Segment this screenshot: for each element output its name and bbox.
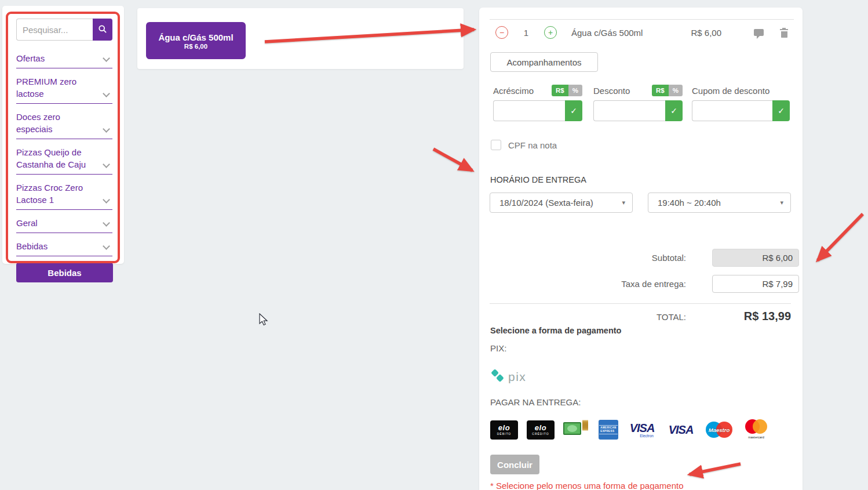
surcharge-percent-toggle[interactable]: % [568,85,582,96]
surcharge-apply-button[interactable]: ✓ [565,100,582,121]
delivery-date-select[interactable]: 18/10/2024 (Sexta-feira) ▾ [490,193,633,213]
subtotal-label: Subtotal: [652,253,686,263]
trash-icon[interactable] [780,28,788,38]
sidebar-content: Ofertas PREMIUM zero lactose Doces zero … [2,6,124,282]
search-input[interactable] [16,19,93,41]
mastercard-orange-circle [753,419,767,434]
elo-debito-caption: DÉBITO [497,432,512,435]
amex-logo: AMERICAN EXPRESS [599,425,617,434]
total-label: TOTAL: [657,312,686,322]
product-name: Água c/Gás 500ml [158,32,233,43]
surcharge-group: Acréscimo R$ % ✓ [493,85,582,121]
grand-total-row: TOTAL: R$ 13,99 [490,310,791,323]
chevron-down-icon [103,55,110,62]
delivery-time-title: HORÁRIO DE ENTREGA [490,175,803,184]
maestro-wordmark: Maestro [705,427,734,433]
subtotal-value-field [712,249,799,267]
adjustment-fields: Acréscimo R$ % ✓ Desconto R$ % [493,85,803,121]
sidebar-item-doces-zero-especiais[interactable]: Doces zero especiais [16,104,112,139]
search-icon [98,24,107,35]
surcharge-unit-toggle: R$ % [552,85,582,96]
mastercard-wordmark: mastercard [742,435,770,439]
subtotal-row: Subtotal: [479,249,803,267]
divider [490,303,791,304]
check-icon: ✓ [570,106,577,115]
category-label: Pizzas Croc Zero Lactose 1 [16,182,94,206]
surcharge-currency-toggle[interactable]: R$ [552,85,568,96]
payment-method-dinheiro[interactable] [563,420,590,440]
sidebar-item-premium-zero-lactose[interactable]: PREMIUM zero lactose [16,68,112,104]
surcharge-label: Acréscimo [493,86,534,96]
cart-item-price: R$ 6,00 [691,28,721,38]
sidebar-item-ofertas[interactable]: Ofertas [16,45,112,68]
quantity-value: 1 [508,28,544,38]
delivery-time-select[interactable]: 19:40h ~ 20:40h ▾ [648,193,791,213]
delivery-fee-field[interactable] [712,275,799,293]
mouse-cursor [258,313,269,327]
discount-currency-toggle[interactable]: R$ [652,85,669,96]
chevron-down-icon [103,219,110,227]
trash-icon-part [781,31,787,38]
total-value: R$ 13,99 [686,310,791,323]
discount-group: Desconto R$ % ✓ [593,85,683,121]
discount-input[interactable] [593,100,665,121]
category-label: Ofertas [16,52,45,64]
category-label: Geral [16,217,38,229]
payment-method-mastercard[interactable]: mastercard [742,419,770,440]
category-sidebar: Ofertas PREMIUM zero lactose Doces zero … [2,6,124,264]
cpf-checkbox[interactable] [491,140,501,150]
coupon-input[interactable] [692,100,772,121]
coins-icon [582,420,588,431]
accompaniments-button[interactable]: Acompanhamentos [490,52,598,72]
search-button[interactable] [93,19,112,41]
cart-item-row: − 1 + Água c/Gás 500ml R$ 6,00 [479,20,803,45]
payment-method-maestro[interactable]: Maestro [705,420,734,440]
sidebar-item-geral[interactable]: Geral [16,210,112,233]
caret-down-icon: ▾ [780,199,783,206]
visa-electron-logo: VISA [630,422,655,434]
cpf-row: CPF na nota [491,140,803,150]
pix-icon [490,368,505,385]
payment-error-message: * Selecione pelo menos uma forma de paga… [490,481,803,490]
payment-method-visa[interactable]: VISA [666,424,696,435]
pix-section-label: PIX: [490,343,803,353]
cpf-label: CPF na nota [508,140,557,150]
payment-method-elo-credito[interactable]: elo CRÉDITO [527,420,555,440]
sidebar-item-pizzas-queijo-castanha[interactable]: Pizzas Queijo de Castanha de Caju [16,139,112,175]
cart-panel: − 1 + Água c/Gás 500ml R$ 6,00 Acompanha… [479,8,803,490]
sidebar-item-pizzas-croc-zero[interactable]: Pizzas Croc Zero Lactose 1 [16,175,112,210]
comment-icon[interactable] [754,29,764,36]
payment-methods-row: elo DÉBITO elo CRÉDITO AMERICAN EXPRESS … [490,419,803,440]
discount-label: Desconto [593,86,630,96]
delivery-fee-label: Taxa de entrega: [621,279,686,289]
elo-logo: elo [535,424,546,431]
active-category-button[interactable]: Bebidas [16,263,113,282]
discount-percent-toggle[interactable]: % [669,85,683,96]
payment-method-elo-debito[interactable]: elo DÉBITO [490,420,518,440]
coupon-label: Cupom de desconto [692,86,769,96]
coupon-apply-button[interactable]: ✓ [772,100,790,121]
product-button-agua-gas[interactable]: Água c/Gás 500ml R$ 6,00 [146,22,246,59]
visa-electron-caption: Electron [640,434,654,438]
caret-down-icon: ▾ [622,199,625,206]
quantity-increase-button[interactable]: + [544,26,557,39]
surcharge-input[interactable] [493,100,565,121]
chevron-down-icon [103,242,110,250]
quantity-decrease-button[interactable]: − [495,26,508,39]
category-label: Doces zero especiais [16,111,94,135]
visa-logo: VISA [669,424,694,435]
payment-method-visa-electron[interactable]: VISA Electron [627,422,657,438]
submit-order-button[interactable]: Concluir [490,455,539,474]
product-price: R$ 6,00 [184,43,207,50]
elo-logo: elo [498,424,510,431]
search-bar [16,19,112,41]
annotation-arrow-to-delivery-fee [818,214,863,260]
trash-icon-part [780,29,788,30]
sidebar-item-bebidas[interactable]: Bebidas [16,233,112,256]
payment-method-american-express[interactable]: AMERICAN EXPRESS [599,420,618,440]
check-icon: ✓ [778,106,785,115]
discount-apply-button[interactable]: ✓ [665,100,683,121]
payment-method-pix[interactable]: pix [490,368,537,385]
delivery-time-selects: 18/10/2024 (Sexta-feira) ▾ 19:40h ~ 20:4… [490,193,803,213]
category-label: PREMIUM zero lactose [16,75,94,100]
